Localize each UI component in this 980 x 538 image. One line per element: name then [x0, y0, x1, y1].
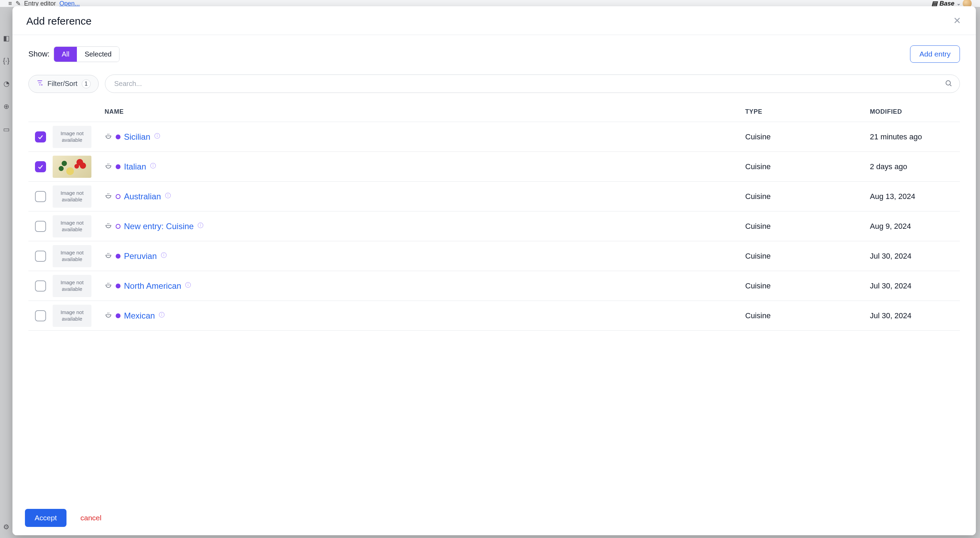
thumbnail-placeholder: Image not available — [52, 185, 91, 208]
search-wrap — [105, 75, 960, 93]
cancel-button[interactable]: cancel — [80, 514, 102, 522]
svg-point-3 — [157, 134, 158, 135]
modal-title: Add reference — [26, 15, 91, 27]
info-icon[interactable] — [197, 222, 204, 231]
entry-link[interactable]: Peruvian — [124, 251, 157, 261]
svg-point-15 — [164, 254, 164, 254]
thumbnail-placeholder: Image not available — [52, 305, 91, 327]
name-cell: Mexican — [105, 311, 745, 321]
table-row: ItalianCuisine2 days ago — [29, 152, 960, 182]
thumbnail-placeholder: Image not available — [52, 275, 91, 297]
cuisine-icon — [105, 222, 112, 231]
name-cell: Australian — [105, 192, 745, 201]
row-thumbnail: Image not available — [52, 185, 105, 208]
type-cell: Cuisine — [745, 252, 870, 261]
chevron-down-icon: ⌄ — [956, 1, 961, 6]
status-dot-published-icon — [116, 254, 121, 259]
row-checkbox[interactable] — [35, 221, 46, 232]
row-checkbox[interactable] — [35, 281, 46, 292]
filter-icon — [37, 79, 43, 88]
tab-selected[interactable]: Selected — [77, 47, 119, 62]
cuisine-icon — [105, 192, 112, 201]
cuisine-icon — [105, 281, 112, 291]
modified-cell: Jul 30, 2024 — [870, 252, 960, 261]
status-ring-draft-icon — [116, 224, 121, 229]
add-entry-button[interactable]: Add entry — [910, 45, 960, 63]
rail-icon[interactable]: {·} — [3, 57, 10, 65]
table-row: Image not availableNew entry: CuisineCui… — [29, 211, 960, 241]
row-checkbox[interactable] — [35, 251, 46, 262]
show-segmented-control: All Selected — [54, 46, 119, 62]
info-icon[interactable] — [185, 281, 191, 291]
filter-count-badge: 1 — [82, 79, 91, 88]
name-cell: Peruvian — [105, 251, 745, 261]
filter-sort-button[interactable]: Filter/Sort 1 — [29, 75, 99, 93]
row-thumbnail: Image not available — [52, 215, 105, 238]
table-row: Image not availableAustralianCuisineAug … — [29, 182, 960, 211]
row-checkbox[interactable] — [35, 191, 46, 202]
cuisine-icon — [105, 162, 112, 172]
type-cell: Cuisine — [745, 222, 870, 231]
table-row: Image not availableNorth AmericanCuisine… — [29, 271, 960, 301]
col-type: TYPE — [745, 108, 870, 115]
type-cell: Cuisine — [745, 133, 870, 141]
close-button[interactable] — [952, 16, 962, 27]
toolbar: Show: All Selected Add entry — [29, 45, 960, 63]
svg-point-0 — [946, 80, 951, 85]
entry-link[interactable]: New entry: Cuisine — [124, 222, 194, 231]
thumbnail-placeholder: Image not available — [52, 245, 91, 267]
rail-icon[interactable]: ▭ — [3, 125, 10, 134]
modified-cell: 2 days ago — [870, 162, 960, 171]
table-row: Image not availableSicilianCuisine21 min… — [29, 122, 960, 152]
modal-header: Add reference — [13, 6, 976, 35]
show-label: Show: — [29, 49, 49, 59]
rail-icon[interactable]: ◧ — [3, 34, 10, 42]
modal-body: Show: All Selected Add entry Filter/Sort… — [13, 35, 976, 502]
row-thumbnail: Image not available — [52, 305, 105, 327]
entry-link[interactable]: Australian — [124, 192, 161, 201]
row-checkbox[interactable] — [35, 131, 46, 142]
accept-button[interactable]: Accept — [25, 509, 67, 527]
entry-link[interactable]: North American — [124, 281, 181, 291]
thumbnail-placeholder: Image not available — [52, 126, 91, 148]
gear-icon[interactable]: ⚙ — [3, 523, 10, 531]
info-icon[interactable] — [154, 133, 161, 141]
svg-point-12 — [200, 224, 201, 224]
rail-icon[interactable]: ⊕ — [3, 102, 10, 110]
add-reference-modal: Add reference Show: All Selected Add ent… — [13, 6, 976, 535]
entry-link[interactable]: Italian — [124, 162, 146, 172]
row-thumbnail: Image not available — [52, 126, 105, 148]
cuisine-icon — [105, 251, 112, 261]
type-cell: Cuisine — [745, 311, 870, 320]
type-cell: Cuisine — [745, 162, 870, 171]
search-icon — [945, 79, 952, 88]
close-icon — [952, 16, 962, 25]
entry-link[interactable]: Mexican — [124, 311, 155, 321]
col-modified: MODIFIED — [870, 108, 960, 115]
modified-cell: Jul 30, 2024 — [870, 281, 960, 291]
row-thumbnail — [52, 156, 105, 178]
status-dot-published-icon — [116, 284, 121, 288]
table-head: NAME TYPE MODIFIED — [29, 102, 960, 122]
name-cell: Italian — [105, 162, 745, 172]
modified-cell: Aug 13, 2024 — [870, 192, 960, 201]
entry-link[interactable]: Sicilian — [124, 132, 150, 142]
type-cell: Cuisine — [745, 192, 870, 201]
name-cell: North American — [105, 281, 745, 291]
row-checkbox[interactable] — [35, 161, 46, 172]
col-name: NAME — [105, 108, 745, 115]
info-icon[interactable] — [158, 311, 165, 320]
tab-all[interactable]: All — [54, 47, 77, 62]
status-dot-published-icon — [116, 164, 121, 169]
filter-sort-label: Filter/Sort — [48, 80, 78, 88]
info-icon[interactable] — [160, 252, 167, 261]
info-icon[interactable] — [150, 162, 156, 171]
search-input[interactable] — [105, 75, 960, 93]
row-checkbox[interactable] — [35, 310, 46, 321]
modified-cell: 21 minutes ago — [870, 133, 960, 141]
status-ring-draft-icon — [116, 194, 121, 199]
svg-point-21 — [162, 313, 162, 314]
rail-icon[interactable]: ◔ — [3, 79, 10, 88]
info-icon[interactable] — [164, 192, 172, 201]
modified-cell: Jul 30, 2024 — [870, 311, 960, 320]
